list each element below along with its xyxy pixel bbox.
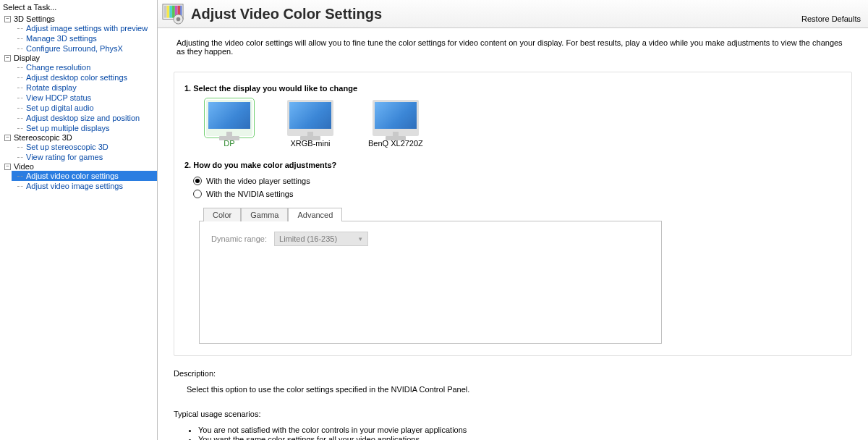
tab-gamma[interactable]: Gamma xyxy=(241,208,288,221)
scenarios-title: Typical usage scenarios: xyxy=(174,410,852,418)
tab-advanced[interactable]: Advanced xyxy=(288,208,342,221)
scenario-item: You want the same color settings for all… xyxy=(198,435,852,440)
intro-text: Adjusting the video color settings will … xyxy=(174,38,852,72)
svg-rect-3 xyxy=(169,6,172,18)
tree-leaf[interactable]: Set up digital audio xyxy=(12,103,157,113)
radio-label: With the NVIDIA settings xyxy=(206,190,293,198)
tree-leaf[interactable]: Manage 3D settings xyxy=(12,33,157,43)
tree-group[interactable]: −Stereoscopic 3D xyxy=(1,133,157,142)
collapse-icon[interactable]: − xyxy=(4,55,11,62)
tree-leaf[interactable]: Configure Surround, PhysX xyxy=(12,43,157,54)
tree-group[interactable]: −3D Settings xyxy=(1,14,157,23)
scenario-item: You are not satisfied with the color con… xyxy=(198,426,852,434)
tree-leaf[interactable]: Adjust video image settings xyxy=(12,181,157,191)
tree-group-label: Video xyxy=(14,162,34,171)
tree-group-label: Stereoscopic 3D xyxy=(14,133,72,142)
radio-option[interactable]: With the NVIDIA settings xyxy=(184,188,841,201)
step1-label: 1. Select the display you would like to … xyxy=(184,84,841,93)
page-title: Adjust Video Color Settings xyxy=(191,6,382,22)
tab-body-advanced: Dynamic range: Limited (16-235) ▼ xyxy=(199,221,662,344)
radio-label: With the video player settings xyxy=(206,177,310,185)
task-tree-sidebar: Select a Task... −3D SettingsAdjust imag… xyxy=(0,0,158,440)
display-item[interactable]: DP xyxy=(206,100,252,148)
monitor-icon xyxy=(373,100,419,136)
dynamic-range-select[interactable]: Limited (16-235) ▼ xyxy=(274,232,368,246)
dynamic-range-value: Limited (16-235) xyxy=(279,234,337,243)
dynamic-range-label: Dynamic range: xyxy=(211,234,267,243)
main-panel: Adjust Video Color Settings Restore Defa… xyxy=(158,0,868,440)
collapse-icon[interactable]: − xyxy=(4,135,11,141)
tab-block: ColorGammaAdvanced Dynamic range: Limite… xyxy=(199,207,841,344)
tree-group[interactable]: −Display xyxy=(1,54,157,62)
colorbars-icon xyxy=(162,3,184,25)
radio-icon xyxy=(193,190,202,198)
tree-group-label: Display xyxy=(14,54,40,62)
tree-leaf[interactable]: Set up stereoscopic 3D xyxy=(12,142,157,152)
tree-leaf[interactable]: Adjust video color settings xyxy=(12,171,157,181)
description-text: Select this option to use the color sett… xyxy=(174,385,852,394)
title-bar: Adjust Video Color Settings Restore Defa… xyxy=(158,0,868,28)
collapse-icon[interactable]: − xyxy=(4,16,11,22)
tree-leaf[interactable]: Set up multiple displays xyxy=(12,123,157,133)
tree-leaf[interactable]: Adjust desktop color settings xyxy=(12,72,157,82)
step2-label: 2. How do you make color adjustments? xyxy=(184,161,841,169)
description-block: Description: Select this option to use t… xyxy=(174,369,852,440)
tree-group-label: 3D Settings xyxy=(14,14,55,23)
tree-leaf[interactable]: Adjust image settings with preview xyxy=(12,23,157,33)
monitor-icon xyxy=(206,100,252,136)
tree-group[interactable]: −Video xyxy=(1,162,157,171)
monitor-icon xyxy=(287,100,333,136)
svg-rect-2 xyxy=(167,6,170,18)
tree-leaf[interactable]: Change resolution xyxy=(12,62,157,72)
tree-header: Select a Task... xyxy=(1,1,157,14)
radio-option[interactable]: With the video player settings xyxy=(184,175,841,188)
radio-icon xyxy=(193,177,202,185)
svg-rect-1 xyxy=(164,6,167,18)
description-title: Description: xyxy=(174,369,852,378)
tree-leaf[interactable]: View rating for games xyxy=(12,152,157,162)
collapse-icon[interactable]: − xyxy=(4,164,11,170)
chevron-down-icon: ▼ xyxy=(357,236,363,242)
restore-defaults-link[interactable]: Restore Defaults xyxy=(801,14,861,25)
display-item[interactable]: XRGB-mini xyxy=(287,100,333,148)
svg-point-9 xyxy=(176,17,181,22)
settings-panel: 1. Select the display you would like to … xyxy=(174,72,852,356)
tree-leaf[interactable]: View HDCP status xyxy=(12,93,157,103)
tree-leaf[interactable]: Rotate display xyxy=(12,82,157,93)
tree-leaf[interactable]: Adjust desktop size and position xyxy=(12,113,157,123)
tab-color[interactable]: Color xyxy=(203,208,241,221)
display-item[interactable]: BenQ XL2720Z xyxy=(368,100,423,148)
